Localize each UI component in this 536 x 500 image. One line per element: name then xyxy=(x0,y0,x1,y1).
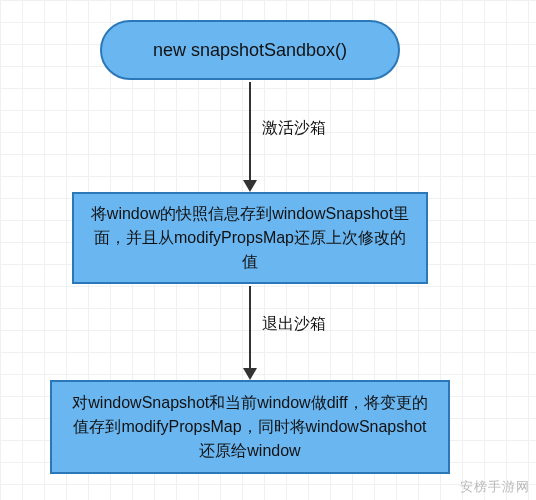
flow-edge-2-label: 退出沙箱 xyxy=(260,314,328,335)
flow-node-step2-label: 对windowSnapshot和当前window做diff，将变更的值存到mod… xyxy=(68,391,432,463)
arrow-down-icon xyxy=(243,368,257,380)
flow-edge-2-line xyxy=(249,286,251,368)
flow-edge-1-label: 激活沙箱 xyxy=(260,118,328,139)
flow-node-step1: 将window的快照信息存到windowSnapshot里面，并且从modify… xyxy=(72,192,428,284)
flow-node-start: new snapshotSandbox() xyxy=(100,20,400,80)
flow-node-step2: 对windowSnapshot和当前window做diff，将变更的值存到mod… xyxy=(50,380,450,474)
flow-edge-1-line xyxy=(249,82,251,180)
flow-node-start-label: new snapshotSandbox() xyxy=(153,37,347,64)
arrow-down-icon xyxy=(243,180,257,192)
flow-node-step1-label: 将window的快照信息存到windowSnapshot里面，并且从modify… xyxy=(88,202,412,274)
watermark-text: 安榜手游网 xyxy=(460,478,530,496)
